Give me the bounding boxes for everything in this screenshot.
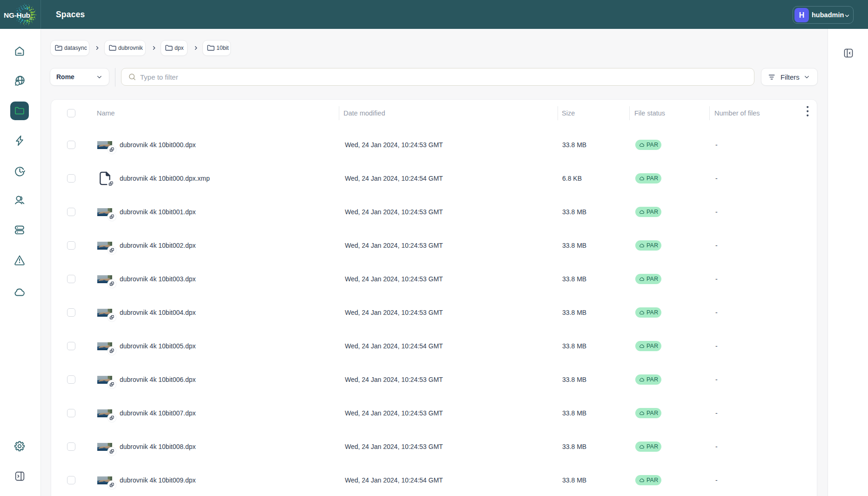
svg-text:TM: TM (30, 18, 32, 20)
svg-text:NG-Hub: NG-Hub (4, 11, 30, 19)
